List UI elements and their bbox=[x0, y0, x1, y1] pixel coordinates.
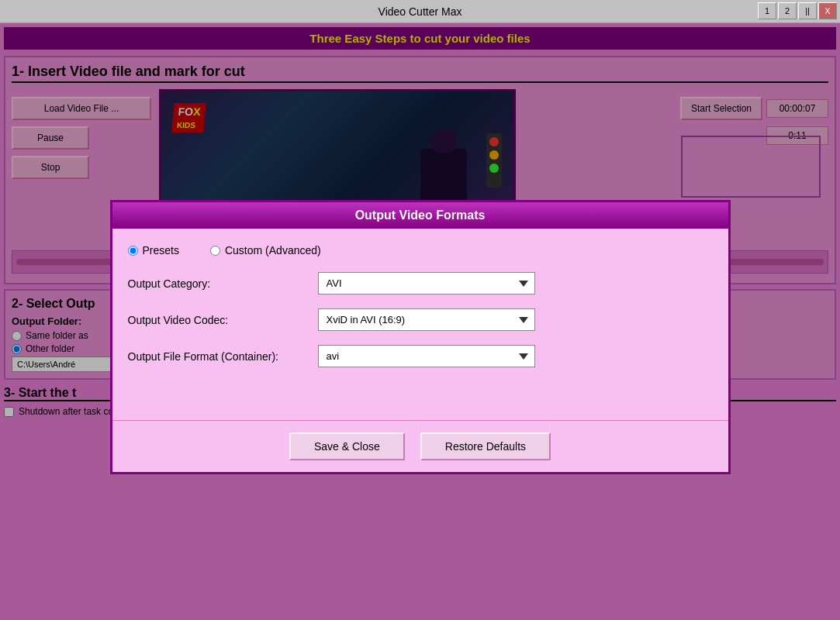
output-format-select[interactable]: avi mp4 mkv wmv mov bbox=[318, 345, 535, 367]
output-codec-label: Output Video Codec: bbox=[128, 314, 306, 326]
output-category-row: Output Category: AVI MP4 MKV WMV MOV bbox=[128, 272, 713, 294]
minimize-button[interactable]: 1 bbox=[758, 2, 776, 19]
modal-title: Output Video Formats bbox=[355, 208, 486, 222]
modal-body: Presets Custom (Advanced) Output Categor… bbox=[112, 229, 728, 420]
window-controls: 1 2 || X bbox=[758, 2, 837, 19]
modal-overlay: Output Video Formats Presets Custom (Adv… bbox=[0, 23, 840, 620]
restore-defaults-button[interactable]: Restore Defaults bbox=[420, 432, 551, 460]
app-title: Video Cutter Max bbox=[379, 5, 462, 18]
output-format-label: Output File Format (Container): bbox=[128, 350, 306, 363]
output-codec-row: Output Video Codec: XviD in AVI (16:9) X… bbox=[128, 308, 713, 331]
custom-radio[interactable] bbox=[210, 246, 220, 256]
modal-titlebar: Output Video Formats bbox=[112, 202, 728, 229]
title-bar: Video Cutter Max 1 2 || X bbox=[0, 0, 840, 23]
main-area: Three Easy Steps to cut your video files… bbox=[0, 23, 840, 620]
output-formats-modal: Output Video Formats Presets Custom (Adv… bbox=[110, 200, 731, 474]
modal-footer: Save & Close Restore Defaults bbox=[112, 420, 728, 472]
save-close-button[interactable]: Save & Close bbox=[289, 432, 405, 460]
custom-label: Custom (Advanced) bbox=[225, 244, 321, 257]
output-codec-select[interactable]: XviD in AVI (16:9) XviD in AVI (4:3) Div… bbox=[318, 308, 535, 331]
preset-radio-group: Presets Custom (Advanced) bbox=[128, 244, 713, 257]
output-category-select[interactable]: AVI MP4 MKV WMV MOV bbox=[318, 272, 535, 294]
presets-radio-label[interactable]: Presets bbox=[128, 244, 179, 257]
presets-label: Presets bbox=[143, 244, 179, 257]
maximize-button[interactable]: 2 bbox=[778, 2, 797, 19]
custom-radio-label[interactable]: Custom (Advanced) bbox=[210, 244, 321, 257]
restore-button[interactable]: || bbox=[798, 2, 817, 19]
presets-radio[interactable] bbox=[128, 246, 138, 256]
modal-spacer bbox=[128, 381, 713, 405]
output-format-row: Output File Format (Container): avi mp4 … bbox=[128, 345, 713, 367]
close-button[interactable]: X bbox=[818, 2, 837, 19]
output-category-label: Output Category: bbox=[128, 277, 306, 290]
